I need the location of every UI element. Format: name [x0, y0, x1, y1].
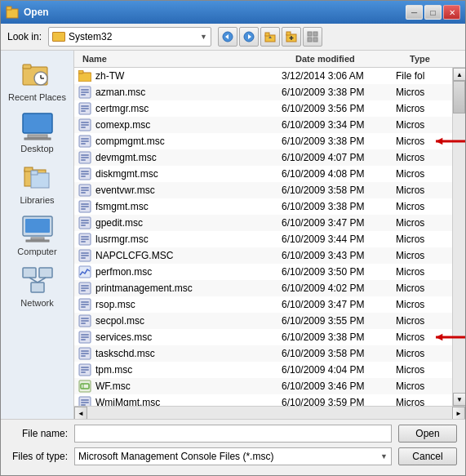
scroll-down-button[interactable]: ▼ — [453, 393, 465, 406]
file-icon — [78, 233, 92, 246]
table-row[interactable]: tpm.msc6/10/2009 4:04 PMMicros — [74, 362, 452, 378]
look-in-label: Look in: — [7, 31, 42, 42]
table-row[interactable]: fsmgmt.msc6/10/2009 3:38 PMMicros — [74, 198, 452, 215]
svg-rect-43 — [81, 94, 86, 96]
up-button[interactable] — [260, 27, 280, 47]
hscroll-track[interactable] — [87, 407, 452, 419]
files-of-type-dropdown[interactable]: Microsoft Management Console Files (*.ms… — [74, 447, 392, 465]
back-button[interactable] — [218, 27, 237, 47]
scroll-up-button[interactable]: ▲ — [453, 68, 465, 81]
svg-rect-98 — [81, 334, 89, 336]
file-type: Micros — [396, 331, 449, 343]
sidebar-item-libraries[interactable]: Libraries — [5, 160, 70, 208]
look-in-dropdown[interactable]: System32 ▼ — [48, 27, 211, 47]
table-row[interactable]: NAPCLCFG.MSC6/10/2009 3:43 PMMicros — [74, 247, 452, 264]
file-name: secpol.msc — [95, 315, 282, 327]
file-icon — [78, 200, 92, 213]
new-folder-button[interactable] — [282, 27, 301, 47]
table-row[interactable]: lusrmgr.msc6/10/2009 3:44 PMMicros — [74, 231, 452, 247]
col-header-date[interactable]: Date modified — [291, 52, 405, 65]
table-row[interactable]: eventvwr.msc6/10/2009 3:58 PMMicros — [74, 182, 452, 198]
svg-rect-41 — [81, 89, 89, 91]
sidebar-item-computer[interactable]: Computer — [5, 211, 70, 260]
svg-rect-30 — [25, 219, 50, 233]
svg-rect-86 — [81, 285, 89, 287]
col-header-name[interactable]: Name — [78, 52, 291, 65]
file-name: certmgr.msc — [95, 103, 282, 114]
svg-rect-28 — [31, 171, 38, 175]
svg-rect-27 — [31, 173, 49, 188]
forward-button[interactable] — [239, 27, 259, 47]
network-icon — [21, 266, 54, 296]
table-row[interactable]: gpedit.msc6/10/2009 3:47 PMMicros — [74, 215, 452, 231]
file-date: 6/10/2009 3:47 PM — [282, 299, 396, 310]
svg-rect-61 — [81, 171, 89, 172]
dialog-title: Open — [24, 7, 49, 18]
file-date: 6/10/2009 3:38 PM — [282, 201, 396, 212]
file-name: taskschd.msc — [95, 348, 282, 359]
vertical-scrollbar[interactable]: ▲ ▼ — [452, 68, 465, 406]
table-row[interactable]: services.msc6/10/2009 3:38 PMMicros — [74, 329, 452, 345]
main-area: Recent Places Desktop — [1, 51, 465, 419]
file-name: services.msc — [95, 331, 282, 343]
table-row[interactable]: comexp.msc6/10/2009 3:34 PMMicros — [74, 117, 452, 133]
table-row[interactable]: zh-TW3/12/2014 3:06 AMFile fol — [74, 68, 452, 84]
table-row[interactable]: certmgr.msc6/10/2009 3:56 PMMicros — [74, 100, 452, 117]
scroll-thumb[interactable] — [453, 81, 465, 113]
minimize-button[interactable]: ─ — [406, 5, 423, 20]
table-row[interactable]: diskmgmt.msc6/10/2009 4:08 PMMicros — [74, 166, 452, 182]
file-type: Micros — [396, 315, 449, 327]
svg-line-36 — [29, 278, 38, 282]
sidebar-item-network[interactable]: Network — [5, 263, 70, 311]
svg-rect-114 — [81, 402, 89, 403]
svg-rect-1 — [7, 7, 11, 10]
svg-rect-65 — [81, 187, 89, 189]
cancel-button[interactable]: Cancel — [398, 447, 457, 465]
table-row[interactable]: devmgmt.msc6/10/2009 4:07 PMMicros — [74, 149, 452, 166]
table-row[interactable]: printmanagement.msc6/10/2009 4:02 PMMicr… — [74, 280, 452, 296]
file-name: compmgmt.msc — [95, 136, 282, 147]
open-button[interactable]: Open — [398, 425, 457, 443]
svg-rect-35 — [31, 282, 44, 292]
svg-rect-50 — [81, 124, 89, 126]
table-row[interactable]: secpol.msc6/10/2009 3:55 PMMicros — [74, 313, 452, 329]
table-row[interactable]: WF.msc6/10/2009 3:46 PMMicros — [74, 378, 452, 394]
file-date: 6/10/2009 3:46 PM — [282, 380, 396, 392]
file-type: Micros — [396, 152, 449, 163]
svg-rect-77 — [81, 236, 89, 238]
sidebar-item-recent-places[interactable]: Recent Places — [5, 57, 70, 105]
file-type: Micros — [396, 348, 449, 359]
table-row[interactable]: compmgmt.msc6/10/2009 3:38 PMMicros — [74, 133, 452, 149]
file-date: 6/10/2009 3:50 PM — [282, 266, 396, 278]
file-type: Micros — [396, 168, 449, 180]
table-row[interactable]: WmiMgmt.msc6/10/2009 3:59 PMMicros — [74, 394, 452, 406]
svg-rect-106 — [81, 367, 89, 368]
svg-rect-67 — [81, 192, 86, 194]
scroll-track[interactable] — [453, 81, 465, 393]
sidebar-item-desktop[interactable]: Desktop — [5, 109, 70, 157]
close-button[interactable]: ✕ — [443, 5, 460, 20]
svg-rect-113 — [81, 399, 89, 401]
hscroll-right-button[interactable]: ► — [452, 407, 465, 419]
hscroll-left-button[interactable]: ◄ — [74, 407, 87, 419]
file-date: 6/10/2009 3:58 PM — [282, 348, 396, 359]
file-icon — [78, 380, 92, 393]
col-header-type[interactable]: Type — [405, 52, 462, 65]
maximize-button[interactable]: □ — [424, 5, 442, 20]
svg-rect-7 — [265, 33, 269, 36]
file-date: 6/10/2009 3:38 PM — [282, 87, 396, 98]
table-row[interactable]: taskschd.msc6/10/2009 3:58 PMMicros — [74, 345, 452, 362]
svg-rect-47 — [81, 110, 86, 112]
file-name-input[interactable] — [74, 425, 392, 443]
file-list[interactable]: zh-TW3/12/2014 3:06 AMFile fol azman.msc… — [74, 68, 452, 406]
table-row[interactable]: rsop.msc6/10/2009 3:47 PMMicros — [74, 296, 452, 313]
file-name: comexp.msc — [95, 119, 282, 131]
table-row[interactable]: perfmon.msc6/10/2009 3:50 PMMicros — [74, 264, 452, 280]
svg-rect-70 — [81, 206, 89, 207]
svg-rect-33 — [23, 268, 36, 278]
horizontal-scrollbar[interactable]: ◄ ► — [74, 406, 465, 419]
file-type: Micros — [396, 136, 449, 147]
views-button[interactable] — [303, 27, 322, 47]
table-row[interactable]: azman.msc6/10/2009 3:38 PMMicros — [74, 84, 452, 100]
file-name: tpm.msc — [95, 364, 282, 376]
